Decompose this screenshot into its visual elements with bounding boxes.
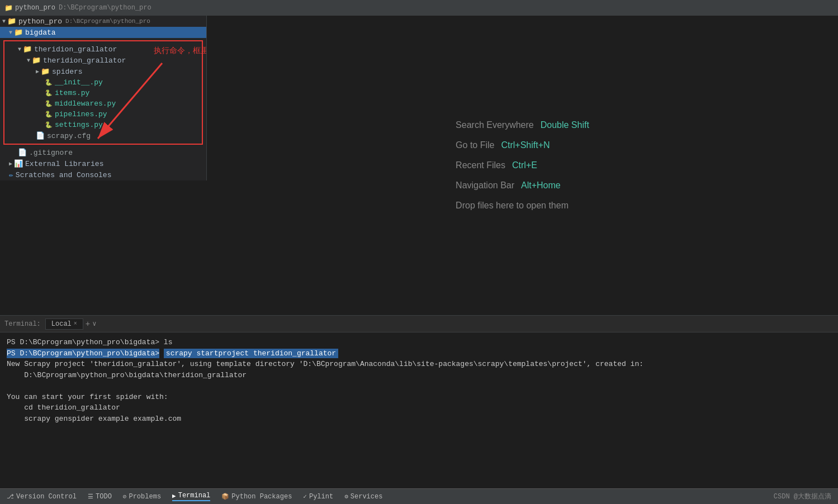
sidebar-item-scratches[interactable]: ✏️ Scratches and Consoles (0, 169, 206, 180)
pylint-icon: ✓ (303, 493, 307, 500)
python-icon: 🐍 (45, 100, 53, 107)
sidebar-item-gitignore[interactable]: 📄 .gitignore (0, 147, 206, 158)
terminal-line-8: scrapy genspider example example.com (7, 413, 831, 425)
python-icon: 🐍 (45, 79, 53, 86)
arrow-icon: ▼ (2, 18, 6, 25)
status-bar: ⎇ Version Control ☰ TODO ⊘ Problems ▶ Te… (0, 488, 838, 504)
sidebar-item-scrapy-cfg[interactable]: 📄 scrapy.cfg (4, 130, 202, 141)
sidebar-item-settings[interactable]: 🐍 settings.py (4, 120, 202, 130)
git-icon: 📄 (18, 148, 27, 157)
version-control-label: Version Control (16, 493, 77, 501)
terminal-content[interactable]: PS D:\BCprogram\python_pro\bigdata> ls P… (0, 332, 838, 488)
sidebar-item-bigdata[interactable]: ▼ 📁 bigdata (0, 27, 206, 38)
terminal-line-2: PS D:\BCprogram\python_pro\bigdata> scra… (7, 348, 831, 359)
folder-icon: 📁 (4, 4, 13, 12)
terminal-close-icon[interactable]: × (74, 321, 77, 327)
prompt-2: PS D:\BCprogram\python_pro\bigdata> (7, 349, 159, 358)
scratch-icon: ✏️ (9, 170, 13, 179)
todo-label: TODO (96, 493, 112, 501)
shortcut-goto: Go to File Ctrl+Shift+N (456, 140, 589, 150)
status-right: CSDN @大数据点滴 (774, 492, 831, 501)
problems-icon: ⊘ (123, 493, 127, 500)
services-icon: ⚙ (344, 493, 348, 500)
sidebar: ▼ 📁 python_pro D:\BCprogram\python_pro ▼… (0, 16, 207, 180)
arrow-icon: ▼ (27, 58, 30, 64)
terminal-label: Terminal: (4, 320, 41, 328)
terminal-line-4: D:\BCprogram\python_pro\bigdata\theridio… (7, 370, 831, 381)
root-label: python_pro (18, 17, 62, 26)
pipelines-label: pipelines.py (55, 110, 107, 118)
shortcut-drop: Drop files here to open them (456, 201, 589, 211)
status-version-control[interactable]: ⎇ Version Control (7, 493, 77, 501)
middlewares-label: middlewares.py (55, 99, 116, 108)
arrow-icon: ▼ (18, 46, 21, 53)
main-area: Search Everywhere Double Shift Go to Fil… (207, 16, 838, 315)
python-packages-label: Python Packages (231, 493, 292, 501)
title-path: D:\BCprogram\python_pro (59, 4, 151, 12)
terminal-icon: ▶ (172, 492, 176, 500)
theridion1-label: theridion_grallator (34, 45, 117, 54)
sidebar-item-root[interactable]: ▼ 📁 python_pro D:\BCprogram\python_pro (0, 16, 206, 27)
python-packages-icon: 📦 (221, 493, 229, 500)
python-icon: 🐍 (45, 89, 53, 97)
status-python-packages[interactable]: 📦 Python Packages (221, 493, 292, 501)
terminal-line-5 (7, 381, 831, 392)
shortcut-search-label: Search Everywhere (456, 120, 534, 130)
status-todo[interactable]: ☰ TODO (88, 493, 112, 501)
terminal-line-7: cd theridion_grallator (7, 402, 831, 413)
shortcut-list: Search Everywhere Double Shift Go to Fil… (456, 120, 589, 211)
folder-icon: 📁 (32, 56, 41, 65)
terminal-dropdown-button[interactable]: ∨ (92, 320, 96, 328)
sidebar-item-items[interactable]: 🐍 items.py (4, 88, 202, 98)
shortcut-search-key: Double Shift (541, 120, 589, 130)
status-pylint[interactable]: ✓ Pylint (303, 493, 333, 501)
root-path: D:\BCprogram\python_pro (65, 18, 150, 25)
shortcut-recent: Recent Files Ctrl+E (456, 160, 589, 170)
services-label: Services (351, 493, 383, 501)
python-icon: 🐍 (45, 121, 53, 129)
init-label: __init__.py (55, 78, 103, 87)
sidebar-item-init[interactable]: 🐍 __init__.py (4, 77, 202, 88)
shortcut-nav-key: Alt+Home (521, 180, 561, 191)
annotation-text: 执行命令，框里面都会自动生成 (154, 46, 207, 56)
terminal-status-label: Terminal (178, 492, 211, 500)
shortcut-nav-label: Navigation Bar (456, 180, 514, 191)
arrow-icon: ▶ (9, 160, 12, 167)
sidebar-item-theridion2[interactable]: ▼ 📁 theridion_grallator (4, 55, 202, 66)
terminal-line-6: You can start your first spider with: (7, 392, 831, 403)
shortcut-goto-key: Ctrl+Shift+N (501, 140, 550, 150)
terminal-line-3: New Scrapy project 'theridion_grallator'… (7, 359, 831, 370)
terminal-tab-name: Local (51, 320, 72, 328)
bigdata-label: bigdata (25, 28, 56, 37)
status-problems[interactable]: ⊘ Problems (123, 493, 161, 501)
problems-label: Problems (129, 493, 161, 501)
folder-icon: 📁 (23, 45, 32, 54)
command-1: ls (164, 338, 173, 346)
arrow-icon: ▼ (9, 30, 12, 36)
terminal-tab-local[interactable]: Local × (45, 318, 83, 330)
sidebar-item-pipelines[interactable]: 🐍 pipelines.py (4, 109, 202, 120)
drop-files-label: Drop files here to open them (456, 201, 569, 211)
python-icon: 🐍 (45, 111, 53, 118)
sidebar-item-middlewares[interactable]: 🐍 middlewares.py (4, 98, 202, 109)
terminal-add-button[interactable]: + (86, 320, 90, 329)
ext-libs-label: External Libraries (25, 160, 103, 168)
cfg-icon: 📄 (36, 131, 45, 140)
spiders-label: spiders (52, 68, 83, 76)
ext-lib-icon: 📊 (14, 159, 23, 168)
sidebar-item-spiders[interactable]: ▶ 📁 spiders (4, 66, 202, 77)
arrow-icon: ▶ (36, 68, 39, 75)
status-terminal[interactable]: ▶ Terminal (172, 492, 210, 501)
scrapy-cfg-label: scrapy.cfg (47, 132, 91, 140)
folder-icon: 📁 (14, 28, 23, 37)
theridion2-label: theridion_grallator (43, 56, 126, 65)
folder-icon: 📁 (41, 67, 50, 76)
todo-icon: ☰ (88, 493, 93, 500)
prompt-1: PS D:\BCprogram\python_pro\bigdata> (7, 338, 159, 346)
folder-icon: 📁 (7, 17, 16, 26)
terminal-tabs-bar: Terminal: Local × + ∨ (0, 316, 838, 332)
sidebar-item-ext-libs[interactable]: ▶ 📊 External Libraries (0, 158, 206, 169)
status-services[interactable]: ⚙ Services (344, 493, 382, 501)
version-control-icon: ⎇ (7, 493, 14, 500)
shortcut-search: Search Everywhere Double Shift (456, 120, 589, 130)
